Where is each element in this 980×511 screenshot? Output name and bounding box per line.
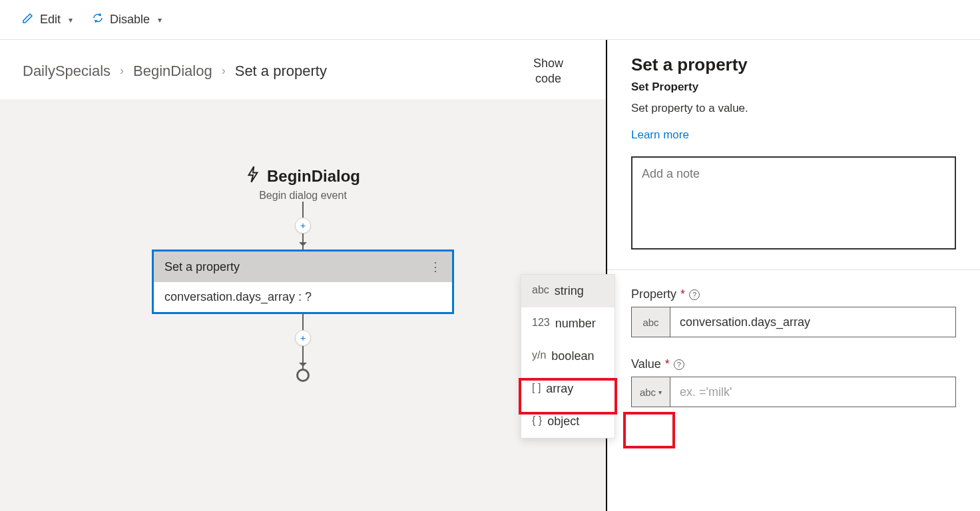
help-icon[interactable]: ? — [674, 359, 684, 370]
lightning-icon — [246, 166, 260, 187]
type-prefix: { } — [532, 415, 542, 428]
breadcrumb-row: DailySpecials › BeginDialog › Set a prop… — [0, 40, 606, 99]
value-field: abc ▾ — [631, 377, 956, 407]
panel-description: Set property to a value. — [631, 102, 956, 115]
chevron-right-icon: › — [120, 64, 124, 78]
edge — [302, 202, 304, 218]
learn-more-link[interactable]: Learn more — [631, 128, 689, 142]
refresh-icon — [91, 11, 105, 28]
end-node — [296, 369, 310, 382]
main: DailySpecials › BeginDialog › Set a prop… — [0, 40, 980, 511]
show-code-button[interactable]: Show code — [533, 56, 563, 86]
node-menu-button[interactable]: ⋮ — [429, 259, 441, 274]
properties-panel: Set a property Set Property Set property… — [607, 40, 980, 511]
breadcrumb-item-current: Set a property — [235, 63, 327, 80]
type-label: boolean — [551, 349, 594, 363]
node-title: Set a property — [164, 260, 240, 274]
property-label: Property * ? — [631, 287, 956, 301]
value-label-text: Value — [631, 357, 661, 371]
chevron-down-icon: ▾ — [69, 15, 73, 25]
chevron-down-icon: ▾ — [158, 15, 162, 25]
property-type-selector[interactable]: abc — [632, 307, 670, 337]
type-prefix-text: abc — [640, 387, 656, 398]
help-icon[interactable]: ? — [689, 289, 700, 300]
breadcrumb: DailySpecials › BeginDialog › Set a prop… — [23, 63, 327, 80]
type-label: string — [555, 284, 584, 298]
property-input[interactable] — [670, 307, 955, 337]
type-option-boolean[interactable]: y/n boolean — [521, 340, 614, 373]
node-body: conversation.days_array : ? — [154, 282, 452, 312]
disable-label: Disable — [110, 13, 150, 27]
type-option-string[interactable]: abc string — [521, 275, 614, 307]
type-option-number[interactable]: 123 number — [521, 307, 614, 340]
edit-label: Edit — [40, 13, 61, 27]
edge — [302, 314, 304, 330]
breadcrumb-item[interactable]: BeginDialog — [133, 63, 212, 80]
property-field: abc — [631, 307, 956, 337]
flow-column: BeginDialog Begin dialog event + Set a p… — [152, 166, 454, 382]
type-dropdown: abc string 123 number y/n boolean [ ] ar… — [521, 274, 615, 438]
edge — [302, 234, 304, 250]
value-input[interactable] — [670, 377, 955, 407]
panel-title: Set a property — [631, 55, 956, 75]
edit-icon — [21, 11, 35, 28]
panel-subtitle: Set Property — [631, 81, 956, 94]
required-indicator: * — [680, 287, 685, 301]
type-option-object[interactable]: { } object — [521, 405, 614, 438]
edit-button[interactable]: Edit ▾ — [21, 11, 73, 28]
type-prefix: y/n — [532, 349, 546, 363]
add-node-button[interactable]: + — [295, 218, 311, 234]
trigger-title: BeginDialog — [246, 166, 360, 187]
note-input[interactable] — [631, 156, 956, 250]
type-label: object — [547, 415, 579, 428]
property-label-text: Property — [631, 287, 676, 301]
trigger-subtitle: Begin dialog event — [259, 190, 347, 202]
chevron-right-icon: › — [222, 64, 226, 78]
type-label: number — [555, 317, 596, 331]
required-indicator: * — [665, 357, 670, 371]
type-prefix: 123 — [532, 317, 550, 331]
chevron-down-icon: ▾ — [658, 389, 662, 396]
value-field-group: Value * ? abc ▾ — [631, 357, 956, 407]
value-label: Value * ? — [631, 357, 956, 371]
type-option-array[interactable]: [ ] array — [521, 373, 614, 405]
node-header: Set a property ⋮ — [154, 252, 452, 282]
divider — [607, 269, 980, 270]
canvas[interactable]: BeginDialog Begin dialog event + Set a p… — [0, 99, 606, 511]
trigger-title-text: BeginDialog — [267, 167, 360, 186]
add-node-button[interactable]: + — [295, 330, 311, 346]
value-type-selector[interactable]: abc ▾ — [632, 377, 670, 407]
type-prefix: [ ] — [532, 382, 541, 396]
left-pane: DailySpecials › BeginDialog › Set a prop… — [0, 40, 607, 511]
type-prefix: abc — [532, 284, 549, 298]
edge — [302, 346, 304, 370]
breadcrumb-item[interactable]: DailySpecials — [23, 63, 111, 80]
action-node[interactable]: Set a property ⋮ conversation.days_array… — [152, 250, 454, 314]
toolbar: Edit ▾ Disable ▾ — [0, 0, 980, 40]
disable-button[interactable]: Disable ▾ — [91, 11, 162, 28]
type-label: array — [546, 382, 573, 396]
type-prefix-text: abc — [642, 317, 658, 328]
